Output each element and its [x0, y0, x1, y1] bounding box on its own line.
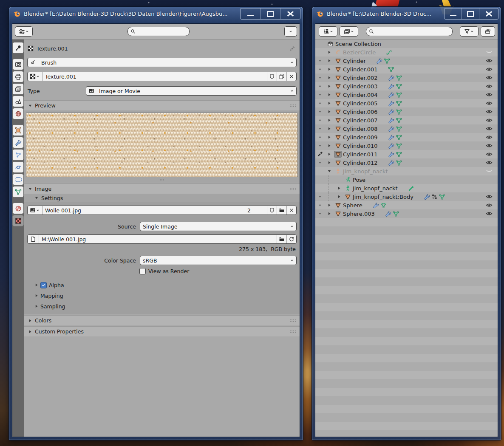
visibility-eye-icon[interactable]	[486, 159, 493, 166]
open-image-button[interactable]	[277, 206, 286, 215]
close-button[interactable]	[479, 8, 498, 19]
minimize-button[interactable]	[445, 8, 462, 19]
texture-datablock-selector[interactable]	[28, 72, 42, 81]
colors-panel-header[interactable]: Colors	[24, 315, 300, 325]
maximize-button[interactable]	[462, 8, 479, 19]
expand-arrow-icon[interactable]	[325, 152, 334, 156]
expand-arrow-icon[interactable]	[325, 93, 334, 97]
visibility-eye-icon[interactable]	[486, 193, 493, 200]
visibility-eye-icon[interactable]	[486, 83, 493, 90]
expand-arrow-icon[interactable]	[325, 118, 334, 122]
image-name-input[interactable]: Wolle 001.jpg	[42, 207, 231, 214]
tab-render-properties[interactable]	[12, 59, 24, 70]
tab-scene-properties[interactable]	[12, 96, 24, 107]
unlink-button[interactable]	[286, 72, 296, 81]
filter-button[interactable]	[460, 26, 479, 37]
fake-user-button[interactable]	[267, 72, 277, 81]
outliner-row-cylinder-006[interactable]: Cylinder.006	[315, 107, 498, 116]
expand-arrow-icon[interactable]	[325, 203, 334, 207]
tab-texture-properties[interactable]	[12, 215, 24, 226]
pin-icon[interactable]	[289, 45, 295, 51]
properties-search[interactable]	[127, 27, 190, 36]
duplicate-datablock-button[interactable]	[277, 72, 286, 81]
disclosure-right-icon[interactable]	[34, 294, 39, 298]
outliner-row-cylinder-001[interactable]: Cylinder.001	[315, 65, 498, 73]
new-collection-button[interactable]	[481, 26, 495, 37]
visibility-eye-icon[interactable]	[486, 108, 493, 115]
texture-context-dropdown[interactable]: Brush	[27, 58, 297, 67]
fake-user-button[interactable]	[267, 206, 277, 215]
tab-physics-properties[interactable]	[12, 161, 24, 173]
tab-world-properties[interactable]	[12, 108, 24, 119]
outliner-row-cylinder-004[interactable]: Cylinder.004	[315, 90, 498, 99]
editor-type-button[interactable]	[319, 26, 337, 37]
unlink-button[interactable]	[286, 206, 296, 215]
visibility-eye-icon[interactable]	[486, 66, 493, 73]
panel-drag-grip[interactable]	[289, 319, 296, 322]
minimize-button[interactable]	[241, 8, 260, 19]
visibility-eye-icon[interactable]	[486, 57, 493, 64]
expand-arrow-icon[interactable]	[325, 84, 334, 88]
disclosure-right-icon[interactable]	[34, 304, 39, 308]
outliner-row-cylinder-012[interactable]: Cylinder.012	[315, 158, 498, 167]
expand-arrow-icon[interactable]	[325, 50, 334, 54]
expand-arrow-icon[interactable]	[325, 212, 334, 216]
titlebar[interactable]: Blender* [E:\Daten Blender-3D Druc...	[312, 7, 501, 21]
preview-resize-grip[interactable]	[159, 178, 164, 181]
expand-arrow-icon[interactable]	[334, 186, 344, 190]
tab-particles-properties[interactable]	[12, 149, 24, 161]
visibility-eye-icon[interactable]	[486, 202, 493, 209]
tab-tool-properties[interactable]	[12, 42, 24, 54]
visibility-eye-icon[interactable]	[486, 210, 493, 217]
expand-arrow-icon[interactable]	[325, 110, 334, 114]
visibility-eye-icon[interactable]	[486, 151, 493, 158]
visibility-eye-icon[interactable]	[486, 91, 493, 98]
outliner-row-cylinder-011[interactable]: Cylinder.011	[315, 150, 498, 158]
expand-arrow-icon[interactable]	[325, 101, 334, 105]
expand-arrow-icon[interactable]	[325, 161, 334, 165]
outliner-search-input[interactable]	[374, 28, 418, 35]
view-as-render-checkbox[interactable]	[139, 268, 146, 274]
outliner-row-cylinder-008[interactable]: Cylinder.008	[315, 124, 498, 133]
visibility-eye-closed-icon[interactable]	[486, 49, 493, 56]
maximize-button[interactable]	[260, 8, 280, 19]
tab-constraints-properties[interactable]	[12, 174, 24, 185]
outliner-row-cylinder-005[interactable]: Cylinder.005	[315, 99, 498, 107]
tab-data-properties[interactable]	[12, 186, 24, 198]
close-button[interactable]	[280, 8, 300, 19]
settings-subpanel-header[interactable]: Settings	[24, 194, 300, 202]
outliner-row-pose[interactable]: Pose	[315, 175, 498, 184]
tab-object-properties[interactable]	[12, 124, 24, 136]
panel-drag-grip[interactable]	[289, 104, 296, 107]
expand-arrow-icon[interactable]	[325, 144, 334, 148]
outliner-row-jim-knopf-nackt-body[interactable]: Jim_knopf_nackt:Body	[315, 192, 498, 201]
custom-properties-panel-header[interactable]: Custom Properties	[24, 326, 300, 336]
image-datablock-selector[interactable]	[28, 206, 42, 215]
type-dropdown[interactable]: Image or Movie	[86, 86, 297, 96]
source-dropdown[interactable]: Single Image	[140, 222, 297, 231]
outliner-row-sphere-003[interactable]: Sphere.003	[315, 209, 498, 218]
titlebar[interactable]: Blender* [E:\Daten Blender-3D Druck\3D D…	[9, 7, 303, 21]
colorspace-dropdown[interactable]: sRGB	[140, 256, 297, 265]
alpha-checkbox[interactable]	[40, 282, 47, 288]
outliner-row-cylinder-009[interactable]: Cylinder.009	[315, 133, 498, 141]
texture-name-input[interactable]: Texture.001	[42, 73, 267, 80]
visibility-eye-icon[interactable]	[486, 117, 493, 124]
visibility-eye-icon[interactable]	[486, 134, 493, 141]
visibility-eye-icon[interactable]	[486, 74, 493, 81]
properties-options-button[interactable]	[284, 26, 297, 37]
tab-viewlayer-properties[interactable]	[12, 83, 24, 95]
visibility-eye-closed-icon[interactable]	[486, 168, 493, 175]
tab-output-properties[interactable]	[12, 71, 24, 82]
display-mode-button[interactable]	[340, 26, 358, 37]
panel-drag-grip[interactable]	[289, 330, 296, 333]
outliner-row-jim-knopf-nackt[interactable]: Jim_knopf_nackt	[315, 167, 498, 175]
expand-arrow-icon[interactable]	[325, 67, 334, 71]
outliner-row-cylinder-007[interactable]: Cylinder.007	[315, 116, 498, 124]
properties-search-input[interactable]	[136, 28, 180, 35]
expand-arrow-icon[interactable]	[325, 135, 334, 139]
tab-modifiers-properties[interactable]	[12, 137, 24, 148]
outliner-row-scene-collection[interactable]: Scene Collection	[315, 40, 498, 48]
tab-material-properties[interactable]	[12, 203, 24, 214]
outliner-row-cylinder-010[interactable]: Cylinder.010	[315, 141, 498, 150]
